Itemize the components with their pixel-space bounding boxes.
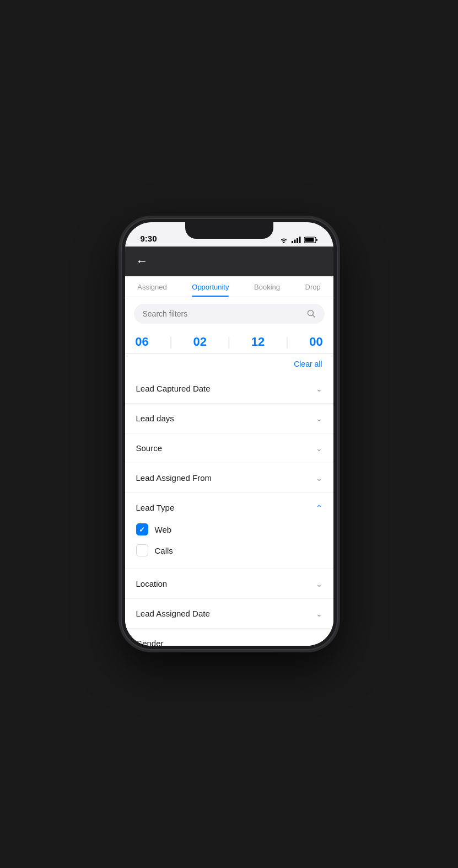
filter-label-location: Location [136, 579, 168, 588]
signal-icon [292, 237, 301, 243]
tab-assigned[interactable]: Assigned [137, 283, 166, 297]
filter-label-source: Source [136, 443, 163, 453]
checkbox-web[interactable]: ✓ [136, 523, 148, 535]
status-time: 9:30 [141, 234, 157, 243]
filter-label-lead-assigned-date: Lead Assigned Date [136, 609, 210, 618]
search-bar[interactable] [134, 304, 325, 324]
chevron-down-icon: ⌄ [316, 639, 322, 646]
lead-type-options: ✓ Web Calls [125, 519, 333, 569]
filter-lead-days[interactable]: Lead days ⌄ [125, 404, 333, 433]
svg-rect-2 [297, 238, 298, 243]
filter-lead-type-header[interactable]: Lead Type ⌃ [125, 493, 333, 519]
svg-rect-1 [294, 240, 295, 244]
back-button[interactable]: ← [136, 254, 148, 269]
filter-label-gender: Gender [136, 639, 164, 646]
filter-lead-assigned-from[interactable]: Lead Assigned From ⌄ [125, 463, 333, 493]
filter-lead-captured-date[interactable]: Lead Captured Date ⌄ [125, 374, 333, 404]
chevron-down-icon: ⌄ [316, 609, 322, 618]
svg-rect-6 [305, 238, 314, 242]
svg-rect-3 [299, 237, 300, 243]
filter-label-lead-type: Lead Type [136, 503, 175, 512]
chevron-up-icon: ⌃ [316, 503, 322, 512]
wifi-icon [279, 237, 288, 243]
filter-lead-assigned-date[interactable]: Lead Assigned Date ⌄ [125, 599, 333, 629]
tab-booking[interactable]: Booking [254, 283, 280, 297]
filter-list: Lead Captured Date ⌄ Lead days ⌄ Source … [125, 374, 333, 646]
svg-line-8 [312, 315, 315, 318]
checkbox-label-calls: Calls [155, 546, 173, 555]
status-icons [279, 237, 318, 243]
battery-icon [304, 237, 318, 243]
count-booking: 12 [251, 335, 265, 349]
count-opportunity: 02 [193, 335, 207, 349]
svg-rect-0 [292, 241, 293, 243]
nav-bar: ← [125, 247, 333, 276]
tab-bar: Assigned Opportunity Booking Drop [125, 276, 333, 297]
search-container [125, 297, 333, 330]
filter-label-lead-days: Lead days [136, 414, 174, 423]
filter-location[interactable]: Location ⌄ [125, 569, 333, 599]
chevron-down-icon: ⌄ [316, 414, 322, 423]
checkbox-label-web: Web [155, 525, 172, 534]
clear-all-row: Clear all [125, 354, 333, 374]
filter-lead-type: Lead Type ⌃ ✓ Web [125, 493, 333, 569]
filter-label-lead-assigned-from: Lead Assigned From [136, 473, 212, 483]
svg-rect-5 [316, 239, 317, 241]
filter-label-lead-captured-date: Lead Captured Date [136, 384, 211, 393]
filter-source[interactable]: Source ⌄ [125, 433, 333, 463]
chevron-down-icon: ⌄ [316, 384, 322, 393]
checkbox-row-web[interactable]: ✓ Web [136, 519, 322, 540]
checkbox-row-calls[interactable]: Calls [136, 540, 322, 561]
tab-opportunity[interactable]: Opportunity [192, 283, 229, 297]
checkbox-calls[interactable] [136, 544, 148, 556]
checkmark-web: ✓ [139, 526, 145, 534]
tab-drop[interactable]: Drop [305, 283, 321, 297]
count-drop: 00 [309, 335, 322, 349]
search-icon [307, 309, 316, 318]
filter-gender[interactable]: Gender ⌄ [125, 629, 333, 646]
clear-all-button[interactable]: Clear all [294, 360, 322, 368]
chevron-down-icon: ⌄ [316, 474, 322, 483]
count-assigned: 06 [135, 335, 148, 349]
search-input[interactable] [143, 309, 303, 318]
numbers-row: 06 | 02 | 12 | 00 [125, 330, 333, 354]
chevron-down-icon: ⌄ [316, 580, 322, 588]
chevron-down-icon: ⌄ [316, 444, 322, 453]
